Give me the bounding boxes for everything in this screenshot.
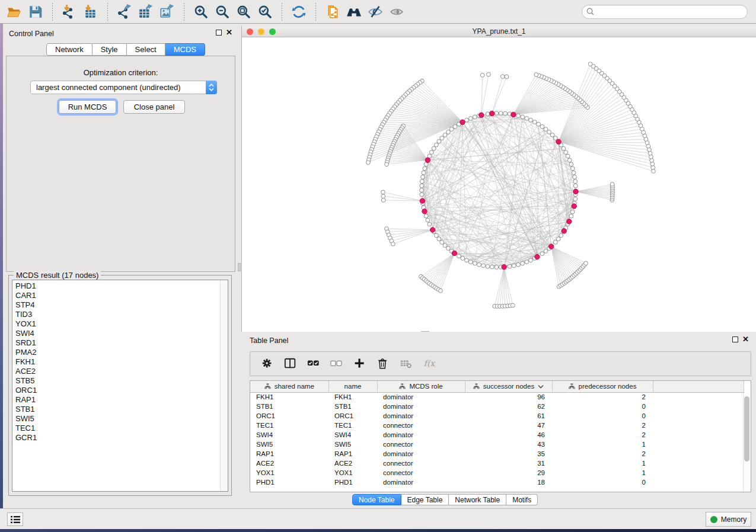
graph-node[interactable] (540, 252, 544, 256)
network-graph[interactable] (242, 37, 756, 332)
graph-node[interactable] (521, 115, 525, 119)
table-row[interactable]: SWI4SWI4dominator462 (250, 430, 744, 440)
graph-node[interactable] (486, 112, 490, 116)
graph-node[interactable] (443, 243, 447, 248)
export-image-button[interactable] (157, 2, 178, 22)
graph-node-mcds[interactable] (502, 265, 506, 270)
table-row[interactable]: TEC1TEC1connector472 (250, 421, 744, 430)
mcds-result-item[interactable]: PMA2 (15, 348, 228, 357)
mcds-result-item[interactable]: YOX1 (15, 319, 228, 329)
graph-node[interactable] (511, 303, 515, 307)
graph-node[interactable] (461, 257, 465, 261)
graph-node[interactable] (429, 150, 433, 155)
search-field[interactable] (582, 5, 748, 19)
graph-node[interactable] (521, 261, 525, 265)
network-canvas[interactable] (242, 37, 756, 332)
export-table-button[interactable] (135, 2, 157, 22)
mcds-result-item[interactable]: CAR1 (15, 291, 228, 300)
mcds-result-item[interactable]: TID3 (15, 310, 228, 319)
mcds-result-item[interactable]: FKH1 (15, 357, 228, 367)
table-row[interactable]: STB1STB1dominator620 (250, 402, 744, 411)
graph-node[interactable] (529, 118, 533, 122)
graph-node[interactable] (439, 289, 443, 293)
mcds-result-item[interactable]: RAP1 (15, 395, 228, 405)
graph-node-mcds[interactable] (452, 251, 457, 255)
table-scrollbar-thumb[interactable] (744, 396, 749, 462)
tab-node-table[interactable]: Node Table (352, 494, 401, 505)
columns-button[interactable] (282, 355, 299, 373)
graph-node[interactable] (562, 146, 566, 150)
import-table-button[interactable] (80, 2, 101, 22)
graph-node[interactable] (434, 143, 438, 147)
table-scrollbar[interactable] (743, 393, 750, 492)
first-neighbors-button[interactable] (343, 2, 365, 22)
graph-node[interactable] (569, 214, 573, 218)
graph-node[interactable] (529, 258, 533, 262)
tab-select[interactable]: Select (127, 43, 165, 56)
vertical-splitter-handle[interactable] (238, 263, 241, 271)
graph-node-mcds[interactable] (549, 244, 554, 249)
graph-node[interactable] (572, 171, 576, 175)
graph-node[interactable] (570, 210, 575, 214)
graph-node[interactable] (525, 117, 529, 121)
graph-node[interactable] (570, 166, 575, 171)
graph-node[interactable] (508, 264, 512, 268)
mcds-result-item[interactable]: STB5 (15, 376, 228, 386)
graph-node[interactable] (426, 218, 430, 222)
open-folder-button[interactable] (4, 2, 25, 22)
graph-node[interactable] (468, 260, 473, 264)
memory-button[interactable]: Memory (706, 512, 751, 527)
graph-node-mcds[interactable] (572, 204, 576, 209)
graph-node[interactable] (449, 127, 454, 132)
mcds-list-scrollbar[interactable] (220, 280, 228, 491)
show-all-button[interactable] (386, 2, 407, 22)
graph-node[interactable] (465, 258, 469, 262)
graph-node[interactable] (499, 111, 503, 116)
column-header-MCDS-role[interactable]: MCDS role (377, 381, 465, 392)
close-panel-button[interactable]: Close panel (123, 100, 185, 114)
graph-node[interactable] (573, 175, 577, 179)
graph-node[interactable] (440, 241, 444, 245)
mcds-result-item[interactable]: SWI5 (15, 414, 228, 424)
search-input[interactable] (594, 7, 747, 17)
zoom-fit-button[interactable] (233, 2, 254, 22)
table-row[interactable]: YOX1YOX1connector291 (250, 468, 744, 477)
import-network-button[interactable] (59, 2, 80, 22)
graph-node[interactable] (422, 171, 426, 175)
graph-node[interactable] (650, 162, 655, 166)
graph-node[interactable] (440, 136, 444, 140)
graph-node[interactable] (544, 249, 548, 254)
graph-node[interactable] (503, 111, 508, 116)
graph-node-mcds[interactable] (535, 254, 540, 259)
graph-node[interactable] (564, 150, 568, 155)
mcds-result-item[interactable]: ACE2 (15, 367, 228, 376)
graph-node[interactable] (487, 72, 491, 76)
zoom-in-button[interactable] (190, 2, 212, 22)
float-panel-icon[interactable] (216, 30, 222, 36)
export-network-button[interactable] (114, 2, 135, 22)
graph-node[interactable] (490, 265, 495, 269)
mcds-result-item[interactable]: PHD1 (15, 281, 228, 291)
table-row[interactable]: ORC1ORC1dominator610 (250, 411, 744, 421)
graph-node[interactable] (381, 190, 385, 194)
graph-node[interactable] (385, 162, 389, 166)
graph-node[interactable] (424, 214, 428, 218)
table-row[interactable]: SWI5SWI5connector431 (250, 440, 744, 449)
graph-node[interactable] (481, 264, 486, 268)
graph-node[interactable] (434, 233, 438, 238)
refresh-button[interactable] (288, 2, 310, 22)
graph-node[interactable] (495, 111, 499, 116)
graph-node[interactable] (477, 262, 481, 267)
graph-node-mcds[interactable] (430, 227, 435, 232)
graph-node[interactable] (544, 127, 548, 132)
mcds-result-item[interactable]: TEC1 (15, 424, 228, 433)
graph-node[interactable] (573, 197, 578, 201)
graph-node[interactable] (428, 222, 432, 226)
graph-node[interactable] (566, 154, 570, 158)
graph-node[interactable] (540, 124, 544, 129)
zoom-out-button[interactable] (212, 2, 233, 22)
mcds-result-item[interactable]: GCR1 (15, 433, 228, 443)
mcds-result-item[interactable]: SWI4 (15, 329, 228, 338)
graph-node[interactable] (547, 130, 551, 134)
graph-node[interactable] (532, 120, 537, 124)
